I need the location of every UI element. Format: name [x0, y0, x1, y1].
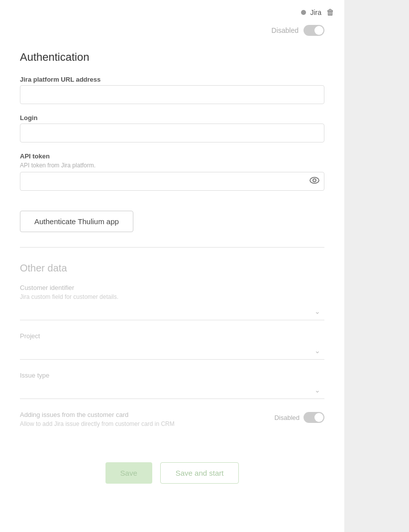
footer-buttons: Save Save and start	[0, 447, 344, 499]
chevron-down-icon: ⌄	[314, 307, 320, 315]
section-divider	[20, 247, 324, 248]
api-token-sublabel: API token from Jira platform.	[20, 162, 324, 169]
adding-issues-text: Adding issues from the customer card All…	[20, 411, 274, 427]
adding-issues-row: Adding issues from the customer card All…	[20, 411, 324, 427]
top-toggle-label: Disabled	[272, 26, 299, 34]
chevron-down-icon: ⌄	[314, 347, 320, 355]
svg-point-1	[313, 179, 316, 182]
delete-icon[interactable]: 🗑	[326, 8, 334, 17]
issue-type-label: Issue type	[20, 372, 324, 379]
jira-url-input[interactable]	[20, 85, 324, 104]
top-toggle-bar: Disabled	[0, 25, 344, 46]
adding-issues-toggle-switch[interactable]	[304, 412, 324, 423]
main-content: Jira 🗑 Disabled Authentication Jira plat…	[0, 0, 344, 532]
issue-type-field: Issue type ⌄	[20, 372, 324, 399]
other-data-title: Other data	[20, 263, 324, 274]
top-toggle-switch[interactable]	[304, 25, 324, 36]
jira-label: Jira	[310, 8, 321, 16]
adding-issues-sub: Allow to add Jira issue directly from cu…	[20, 420, 274, 427]
adding-issues-toggle-group: Disabled	[274, 412, 324, 423]
customer-identifier-sublabel: Jira custom field for customer details.	[20, 293, 324, 300]
customer-identifier-field: Customer identifier Jira custom field fo…	[20, 284, 324, 320]
project-label: Project	[20, 332, 324, 340]
customer-identifier-label: Customer identifier	[20, 284, 324, 291]
project-field: Project ⌄	[20, 332, 324, 360]
api-token-field-group: API token API token from Jira platform.	[20, 152, 324, 191]
customer-identifier-dropdown[interactable]: ⌄	[20, 302, 324, 320]
adding-issues-title: Adding issues from the customer card	[20, 411, 274, 418]
jira-url-field-group: Jira platform URL address	[20, 76, 324, 104]
form-container: Authentication Jira platform URL address…	[0, 46, 344, 442]
status-dot	[301, 10, 306, 15]
chevron-down-icon: ⌄	[314, 386, 320, 394]
authentication-title: Authentication	[20, 51, 324, 64]
save-and-start-button[interactable]: Save and start	[160, 462, 239, 484]
save-button[interactable]: Save	[105, 462, 152, 484]
issue-type-dropdown[interactable]: ⌄	[20, 381, 324, 399]
jira-url-label: Jira platform URL address	[20, 76, 324, 83]
jira-status: Jira	[301, 8, 321, 16]
eye-icon[interactable]	[309, 177, 319, 186]
login-label: Login	[20, 114, 324, 122]
authenticate-button[interactable]: Authenticate Thulium app	[20, 211, 133, 232]
sidebar	[344, 0, 409, 532]
api-token-label: API token	[20, 152, 324, 160]
login-input[interactable]	[20, 124, 324, 142]
adding-toggle-label: Disabled	[274, 414, 300, 421]
top-bar: Jira 🗑	[0, 0, 344, 25]
page-wrapper: Jira 🗑 Disabled Authentication Jira plat…	[0, 0, 409, 532]
project-dropdown[interactable]: ⌄	[20, 342, 324, 360]
api-token-input[interactable]	[20, 172, 324, 191]
login-field-group: Login	[20, 114, 324, 142]
api-token-wrapper	[20, 172, 324, 191]
svg-point-0	[310, 177, 319, 183]
